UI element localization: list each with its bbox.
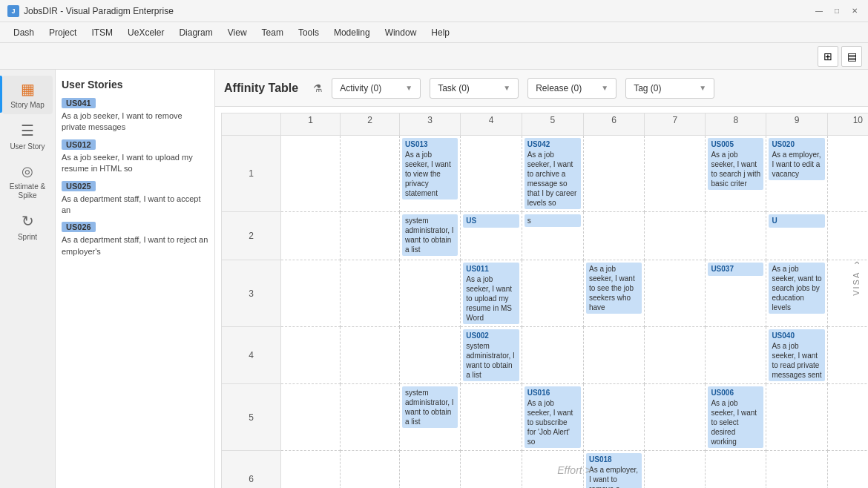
cell-2-6[interactable] <box>583 212 644 260</box>
cell-1-8[interactable]: US005 As a job seeker, I want to search … <box>706 136 766 212</box>
cell-4-5[interactable] <box>522 327 583 384</box>
cell-1-3[interactable]: US013 As a job seeker, I want to view th… <box>400 136 461 212</box>
cell-4-8[interactable] <box>706 327 766 384</box>
menu-dash[interactable]: Dash <box>6 24 42 41</box>
cell-1-1[interactable] <box>281 136 341 212</box>
story-id-us025[interactable]: US025 <box>62 181 96 191</box>
cell-3-5[interactable] <box>522 260 583 327</box>
cell-5-9[interactable] <box>766 384 827 451</box>
menu-modeling[interactable]: Modeling <box>326 24 378 41</box>
story-id-us012[interactable]: US012 <box>62 139 96 150</box>
cell-2-9[interactable]: U <box>766 212 827 260</box>
cell-1-5[interactable]: US042 As a job seeker, I want to archive… <box>522 136 583 212</box>
grid-card-us-job-3-6[interactable]: As a job seeker, I want to see the job s… <box>586 263 642 314</box>
cell-4-9[interactable]: US040 As a job seeker, I want to read pr… <box>766 327 827 384</box>
cell-4-4[interactable]: US002 system administrator, I want to ob… <box>461 327 522 384</box>
cell-1-4[interactable] <box>461 136 522 212</box>
maximize-button[interactable]: □ <box>831 5 843 17</box>
grid-card-search-edu[interactable]: As a job seeker, want to search jobs by … <box>769 263 824 314</box>
cell-1-10[interactable] <box>827 136 868 212</box>
cell-2-5[interactable]: s <box>522 212 583 260</box>
cell-5-4[interactable] <box>461 384 522 451</box>
cell-4-7[interactable] <box>645 327 706 384</box>
cell-2-8[interactable] <box>706 212 766 260</box>
cell-6-8[interactable] <box>706 451 766 489</box>
activity-dropdown[interactable]: Activity (0) ▼ <box>332 78 421 99</box>
cell-4-10[interactable] <box>827 327 868 384</box>
close-button[interactable]: ✕ <box>849 5 861 17</box>
cell-2-7[interactable] <box>645 212 706 260</box>
cell-6-9[interactable] <box>766 451 827 489</box>
grid-cell-2-3-text[interactable]: system administrator, I want to obtain a… <box>402 214 458 256</box>
task-dropdown[interactable]: Task (0) ▼ <box>430 78 519 99</box>
cell-3-6[interactable]: As a job seeker, I want to see the job s… <box>583 260 644 327</box>
cell-4-3[interactable] <box>400 327 461 384</box>
cell-6-6[interactable]: US018 As a employer, I want to remove a … <box>583 451 644 489</box>
cell-2-2[interactable] <box>341 212 400 260</box>
grid-card-us020[interactable]: US020 As a employer, I want to edit a va… <box>769 138 824 180</box>
cell-5-6[interactable] <box>583 384 644 451</box>
minimize-button[interactable]: — <box>813 5 825 17</box>
menu-help[interactable]: Help <box>424 24 457 41</box>
sidebar-item-storymap[interactable]: ▦ Story Map <box>2 76 53 114</box>
grid-card-us006[interactable]: US006 As a job seeker, I want to select … <box>708 386 763 448</box>
cell-4-2[interactable] <box>341 327 400 384</box>
cell-6-10[interactable] <box>827 451 868 489</box>
grid-card-us040[interactable]: US040 As a job seeker, I want to read pr… <box>769 329 824 381</box>
release-dropdown[interactable]: Release (0) ▼ <box>527 78 617 99</box>
cell-3-4[interactable]: US011 As a job seeker, I want to upload … <box>461 260 522 327</box>
toolbar-grid-btn[interactable]: ⊞ <box>818 46 838 67</box>
menu-uexceler[interactable]: UeXceler <box>120 24 171 41</box>
cell-3-1[interactable] <box>281 260 341 327</box>
cell-4-1[interactable] <box>281 327 341 384</box>
grid-card-us005[interactable]: US005 As a job seeker, I want to search … <box>708 138 763 190</box>
grid-container[interactable]: 1 2 3 4 5 6 7 8 9 10 1 <box>215 107 868 488</box>
cell-2-3[interactable]: system administrator, I want to obtain a… <box>400 212 461 260</box>
cell-5-7[interactable] <box>645 384 706 451</box>
cell-6-2[interactable] <box>341 451 400 489</box>
filter-icon[interactable]: ⚗ <box>313 82 323 94</box>
cell-1-9[interactable]: US020 As a employer, I want to edit a va… <box>766 136 827 212</box>
story-id-us041[interactable]: US041 <box>62 98 96 108</box>
toolbar-list-btn[interactable]: ▤ <box>841 46 862 67</box>
menu-itsm[interactable]: ITSM <box>84 24 120 41</box>
tag-dropdown[interactable]: Tag (0) ▼ <box>625 78 714 99</box>
grid-card-us016[interactable]: US016 As a job seeker, I want to subscri… <box>525 386 581 448</box>
cell-5-5[interactable]: US016 As a job seeker, I want to subscri… <box>522 384 583 451</box>
grid-card-us037[interactable]: US037 <box>708 263 763 276</box>
cell-1-6[interactable] <box>583 136 644 212</box>
cell-2-1[interactable] <box>281 212 341 260</box>
menu-project[interactable]: Project <box>42 24 84 41</box>
cell-4-6[interactable] <box>583 327 644 384</box>
cell-2-10[interactable] <box>827 212 868 260</box>
grid-card-us013[interactable]: US013 As a job seeker, I want to view th… <box>402 138 458 200</box>
cell-1-2[interactable] <box>341 136 400 212</box>
cell-6-7[interactable] <box>645 451 706 489</box>
grid-card-us-anon[interactable]: US <box>463 214 519 228</box>
sidebar-item-userstory[interactable]: ☰ User Story <box>2 117 53 156</box>
cell-5-1[interactable] <box>281 384 341 451</box>
cell-3-9[interactable]: As a job seeker, want to search jobs by … <box>766 260 827 327</box>
cell-3-2[interactable] <box>341 260 400 327</box>
grid-card-us042[interactable]: US042 As a job seeker, I want to archive… <box>525 138 581 209</box>
grid-card-us018[interactable]: US018 As a employer, I want to remove a … <box>586 453 642 488</box>
menu-tools[interactable]: Tools <box>291 24 326 41</box>
sidebar-item-estimate[interactable]: ◎ Estimate & Spike <box>2 159 53 205</box>
cell-5-3[interactable]: system administrator, I want to obtain a… <box>400 384 461 451</box>
cell-5-10[interactable] <box>827 384 868 451</box>
cell-5-2[interactable] <box>341 384 400 451</box>
grid-card-u-2-9[interactable]: U <box>769 214 824 228</box>
grid-card-sys-5[interactable]: system administrator, I want to obtain a… <box>402 386 458 428</box>
cell-6-3[interactable] <box>400 451 461 489</box>
cell-3-3[interactable] <box>400 260 461 327</box>
cell-2-4[interactable]: US <box>461 212 522 260</box>
cell-1-7[interactable] <box>645 136 706 212</box>
cell-6-4[interactable] <box>461 451 522 489</box>
story-id-us026[interactable]: US026 <box>62 222 96 232</box>
menu-diagram[interactable]: Diagram <box>171 24 220 41</box>
menu-team[interactable]: Team <box>254 24 291 41</box>
cell-6-1[interactable] <box>281 451 341 489</box>
cell-3-8[interactable]: US037 <box>706 260 766 327</box>
cell-3-7[interactable] <box>645 260 706 327</box>
grid-cell-2-5[interactable]: s <box>525 214 581 227</box>
